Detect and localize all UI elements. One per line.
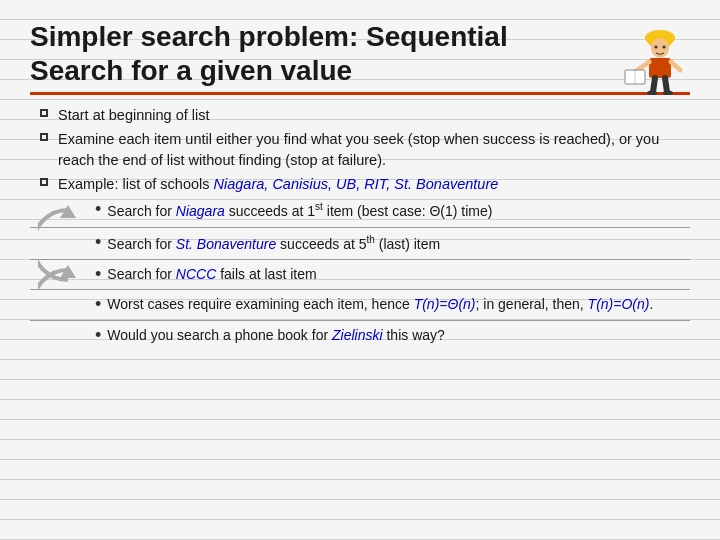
clipart-reader	[605, 20, 690, 95]
bullet-square-2	[40, 133, 48, 141]
bullet-text-3: Example: list of schools Niagara, Canisi…	[58, 174, 498, 194]
title-section: Simpler search problem: Sequential Searc…	[30, 20, 690, 95]
svg-line-11	[665, 78, 667, 92]
title-line2: Search for a given value	[30, 55, 352, 86]
sub-bullet-list: • Search for Niagara succeeds at 1st ite…	[95, 200, 690, 345]
bullet-item-1: Start at beginning of list	[40, 105, 690, 125]
slide-title: Simpler search problem: Sequential Searc…	[30, 20, 690, 87]
svg-point-3	[655, 46, 658, 49]
dot-4: •	[95, 295, 101, 313]
sub-bullet-2: • Search for St. Bonaventure succeeds at…	[95, 233, 690, 254]
title-line1: Simpler search problem: Sequential	[30, 21, 508, 52]
slide: Simpler search problem: Sequential Searc…	[0, 0, 720, 540]
sub-text-5: Would you search a phone book for Zielin…	[107, 326, 445, 346]
dot-2: •	[95, 233, 101, 251]
dot-1: •	[95, 200, 101, 218]
sub-bullets-section: • Search for Niagara succeeds at 1st ite…	[30, 200, 690, 345]
sub-bullet-3: • Search for NCCC fails at last item	[95, 265, 690, 285]
svg-line-7	[671, 62, 680, 70]
slide-content: Simpler search problem: Sequential Searc…	[30, 20, 690, 346]
divider-4	[30, 320, 690, 321]
main-bullet-list: Start at beginning of list Examine each …	[40, 105, 690, 194]
divider-3	[30, 289, 690, 290]
svg-line-10	[653, 78, 655, 92]
bullet-square-1	[40, 109, 48, 117]
sub-bullet-5: • Would you search a phone book for Ziel…	[95, 326, 690, 346]
bullet-text-1: Start at beginning of list	[58, 105, 210, 125]
bullet-square-3	[40, 178, 48, 186]
sub-text-2: Search for St. Bonaventure succeeds at 5…	[107, 233, 440, 254]
sub-text-3: Search for NCCC fails at last item	[107, 265, 316, 285]
sub-text-1: Search for Niagara succeeds at 1st item …	[107, 200, 492, 221]
arrow-decoration-1	[38, 200, 88, 324]
title-underline	[30, 92, 690, 95]
sub-bullet-1: • Search for Niagara succeeds at 1st ite…	[95, 200, 690, 221]
bullet-item-2: Examine each item until either you find …	[40, 129, 690, 170]
bullet-item-3: Example: list of schools Niagara, Canisi…	[40, 174, 690, 194]
bullet3-italic: Niagara, Canisius, UB, RIT, St. Bonavent…	[214, 176, 499, 192]
divider-2	[30, 259, 690, 260]
svg-point-4	[663, 46, 666, 49]
dot-5: •	[95, 326, 101, 344]
bullet3-prefix: Example: list of schools	[58, 176, 214, 192]
sub-bullet-4: • Worst cases require examining each ite…	[95, 295, 690, 315]
bullet-text-2: Examine each item until either you find …	[58, 129, 690, 170]
divider-1	[30, 227, 690, 228]
dot-3: •	[95, 265, 101, 283]
svg-rect-5	[649, 58, 671, 78]
sub-text-4: Worst cases require examining each item,…	[107, 295, 653, 315]
